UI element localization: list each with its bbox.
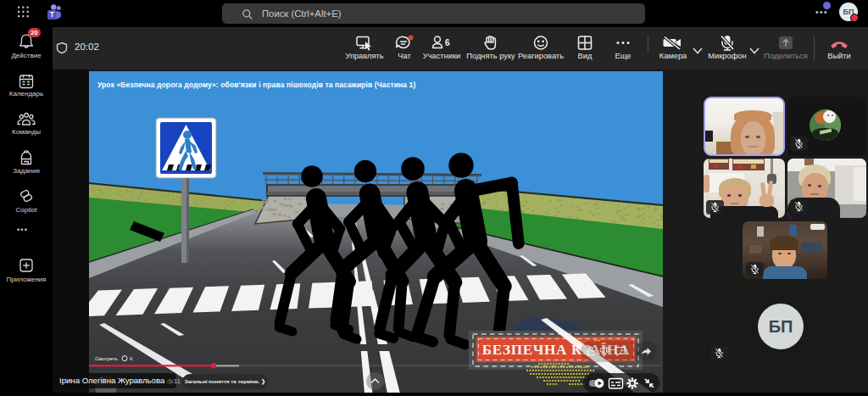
svg-text:К: К (130, 356, 133, 361)
svg-text:Смотреть: Смотреть (95, 356, 118, 361)
svg-text:6: 6 (445, 38, 450, 47)
svg-text:T: T (50, 10, 55, 19)
